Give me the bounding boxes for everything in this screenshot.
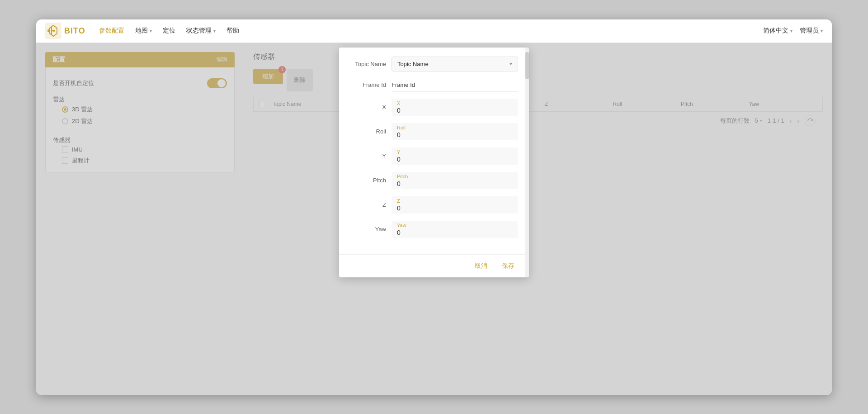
frame-id-input[interactable] xyxy=(392,79,518,91)
modal-overlay: Topic Name Topic Name ▾ Frame Id xyxy=(36,43,832,395)
roll-label: Roll xyxy=(350,128,386,135)
y-input[interactable]: Y 0 xyxy=(392,148,518,165)
pitch-value: 0 xyxy=(397,180,513,187)
y-label: Y xyxy=(350,152,386,159)
lang-selector[interactable]: 简体中文 ▾ xyxy=(763,27,793,35)
topic-name-field: Topic Name Topic Name ▾ xyxy=(350,57,518,71)
topic-name-dropdown[interactable]: Topic Name ▾ xyxy=(392,57,518,71)
map-arrow-icon: ▾ xyxy=(150,29,152,33)
pitch-label: Pitch xyxy=(350,177,386,184)
nav-item-help[interactable]: 帮助 xyxy=(226,27,239,35)
x-label: X xyxy=(350,104,386,110)
roll-sub-label: Roll xyxy=(397,125,513,130)
dropdown-arrow-icon: ▾ xyxy=(509,61,512,67)
lang-arrow-icon: ▾ xyxy=(790,29,793,33)
save-button[interactable]: 保存 xyxy=(498,260,518,272)
z-sub-label: Z xyxy=(397,198,513,204)
x-field: X X 0 xyxy=(350,99,518,116)
nav-right: 简体中文 ▾ 管理员 ▾ xyxy=(763,27,823,35)
nav-items: 参数配置 地图 ▾ 定位 状态管理 ▾ 帮助 xyxy=(99,27,763,35)
roll-field: Roll Roll 0 xyxy=(350,123,518,140)
top-nav: BITO 参数配置 地图 ▾ 定位 状态管理 ▾ 帮助 简体中文 xyxy=(36,19,832,43)
yaw-sub-label: Yaw xyxy=(397,223,513,228)
yaw-label: Yaw xyxy=(350,226,386,233)
x-input-wrapper: X 0 xyxy=(392,99,518,116)
yaw-input-wrapper: Yaw 0 xyxy=(392,221,518,238)
nav-item-params[interactable]: 参数配置 xyxy=(99,27,124,35)
status-arrow-icon: ▾ xyxy=(213,29,216,33)
y-value: 0 xyxy=(397,156,513,163)
frame-id-input-wrapper xyxy=(392,79,518,91)
logo-icon xyxy=(45,23,61,39)
pitch-input-wrapper: Pitch 0 xyxy=(392,172,518,189)
z-value: 0 xyxy=(397,205,513,212)
dialog-footer: 取消 保存 xyxy=(339,254,529,277)
z-input-wrapper: Z 0 xyxy=(392,196,518,214)
dialog-scrollbar-thumb xyxy=(525,52,529,79)
z-field: Z Z 0 xyxy=(350,196,518,214)
pitch-sub-label: Pitch xyxy=(397,174,513,179)
nav-item-status[interactable]: 状态管理 ▾ xyxy=(186,27,216,35)
dialog-scrollbar[interactable] xyxy=(525,48,529,277)
nav-item-locate[interactable]: 定位 xyxy=(163,27,175,35)
yaw-value: 0 xyxy=(397,229,513,236)
dialog-content: Topic Name Topic Name ▾ Frame Id xyxy=(339,48,529,254)
roll-input[interactable]: Roll 0 xyxy=(392,123,518,140)
user-selector[interactable]: 管理员 ▾ xyxy=(800,27,823,35)
x-sub-label: X xyxy=(397,100,513,106)
frame-id-field: Frame Id xyxy=(350,79,518,91)
x-value: 0 xyxy=(397,107,513,114)
pitch-field: Pitch Pitch 0 xyxy=(350,172,518,189)
cancel-button[interactable]: 取消 xyxy=(471,260,491,272)
logo-area: BITO xyxy=(45,23,85,39)
main-content: 配置 编辑 是否开机自定位 雷达 3D 雷达 xyxy=(36,43,832,395)
pitch-input[interactable]: Pitch 0 xyxy=(392,172,518,189)
topic-name-input-wrapper: Topic Name ▾ xyxy=(392,57,518,71)
topic-name-label: Topic Name xyxy=(350,61,386,67)
user-arrow-icon: ▾ xyxy=(821,29,823,33)
yaw-field: Yaw Yaw 0 xyxy=(350,221,518,238)
frame-id-label: Frame Id xyxy=(350,81,386,88)
logo-text: BITO xyxy=(64,26,85,36)
sensor-config-dialog: Topic Name Topic Name ▾ Frame Id xyxy=(339,48,529,277)
y-sub-label: Y xyxy=(397,149,513,155)
roll-value: 0 xyxy=(397,131,513,138)
nav-item-map[interactable]: 地图 ▾ xyxy=(135,27,152,35)
z-input[interactable]: Z 0 xyxy=(392,196,518,214)
svg-point-1 xyxy=(47,29,50,32)
y-field: Y Y 0 xyxy=(350,148,518,165)
yaw-input[interactable]: Yaw 0 xyxy=(392,221,518,238)
y-input-wrapper: Y 0 xyxy=(392,148,518,165)
app-window: BITO 参数配置 地图 ▾ 定位 状态管理 ▾ 帮助 简体中文 xyxy=(36,19,832,395)
z-label: Z xyxy=(350,201,386,208)
roll-input-wrapper: Roll 0 xyxy=(392,123,518,140)
x-input[interactable]: X 0 xyxy=(392,99,518,116)
